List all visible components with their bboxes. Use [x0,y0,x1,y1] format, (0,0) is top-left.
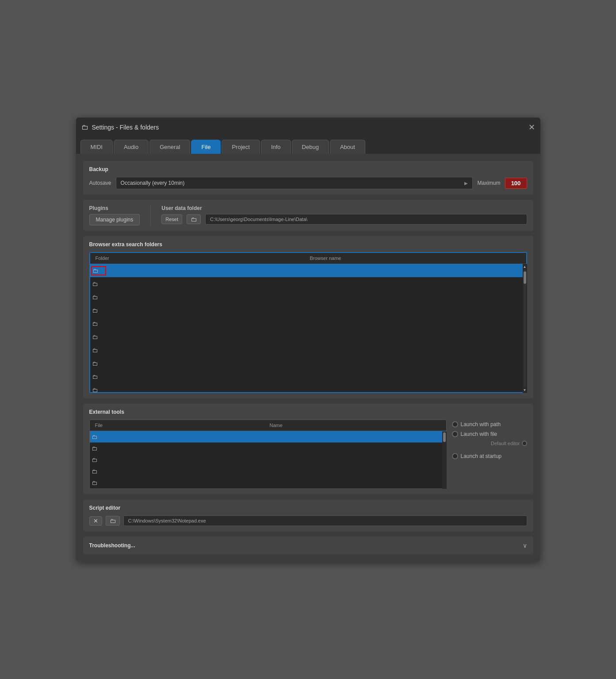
folder-icon: 🗀 [92,468,104,475]
launch-path-row[interactable]: Launch with path [452,421,527,427]
ext-row[interactable]: 🗀 [90,431,446,442]
titlebar: 🗀 Settings - Files & folders ✕ [76,118,540,137]
browser-row[interactable]: 🗀 [90,343,526,357]
autosave-value: Occasionally (every 10min) [121,180,185,186]
scrollbar-thumb[interactable] [524,271,526,284]
plugins-col: Plugins Manage plugins [89,205,140,225]
close-button[interactable]: ✕ [528,123,535,131]
ext-row[interactable]: 🗀 [90,442,446,454]
scrollbar-down-icon[interactable]: ▼ [523,388,527,392]
browser-table-wrap: Folder Browser name 🗀 🗀 [89,252,527,393]
folder-icon: 🗀 [92,374,105,380]
ext-col-file: File [93,422,268,429]
launch-file-radio[interactable] [452,431,458,437]
ext-scrollbar-thumb[interactable] [443,432,446,442]
launch-file-label: Launch with file [461,431,497,437]
external-tools-section: External tools File Name 🗀 [83,404,533,494]
troubleshoot-title: Troubleshooting... [89,542,135,549]
launch-file-row[interactable]: Launch with file [452,431,527,437]
external-tools-title: External tools [89,409,527,415]
browser-row[interactable]: 🗀 [90,304,526,317]
window-icon: 🗀 [81,123,88,131]
titlebar-left: 🗀 Settings - Files & folders [81,123,159,131]
reset-button[interactable]: Reset [161,214,182,224]
manage-plugins-button[interactable]: Manage plugins [89,214,140,225]
browser-row[interactable]: 🗀 [90,330,526,343]
ext-table-wrap: File Name 🗀 🗀 🗀 [89,420,447,489]
launch-startup-row[interactable]: Launch at startup [452,453,527,459]
launch-startup-label: Launch at startup [461,453,502,459]
script-editor-section: Script editor ✕ 🗀 C:\Windows\System32\No… [83,500,533,531]
ext-row[interactable]: 🗀 [90,454,446,465]
backup-row: Autosave Occasionally (every 10min) ▶ Ma… [89,177,527,189]
ext-options: Launch with path Launch with file Defaul… [452,420,527,489]
user-data-title: User data folder [161,205,527,211]
browser-col-name: Browser name [308,255,523,262]
browser-row[interactable]: 🗀 [90,317,526,330]
ext-body[interactable]: 🗀 🗀 🗀 🗀 [90,431,446,488]
plugins-title: Plugins [89,205,140,211]
browser-row[interactable]: 🗀 [90,277,526,290]
backup-title: Backup [89,166,527,172]
tab-general[interactable]: General [149,140,190,154]
folder-icon: 🗀 [92,294,105,301]
default-editor-radio[interactable] [522,441,527,446]
folder-icon: 🗀 [92,387,105,393]
tab-project[interactable]: Project [222,140,260,154]
browser-row[interactable]: 🗀 [90,370,526,383]
script-editor-title: Script editor [89,505,527,511]
folder-icon: 🗀 [92,480,104,486]
browser-row[interactable]: 🗀 [90,383,526,392]
user-data-row: Reset 🗀 C:\Users\georg\Documents\Image-L… [161,214,527,225]
browser-row[interactable]: 🗀 [90,264,526,277]
dropdown-arrow-icon: ▶ [464,181,468,186]
folder-icon: 🗀 [92,307,105,314]
script-editor-path: C:\Windows\System32\Notepad.exe [123,515,527,526]
browser-folders-title: Browser extra search folders [89,241,527,248]
browser-row[interactable]: 🗀 [90,290,526,304]
browser-col-folder: Folder [94,255,308,262]
backup-section: Backup Autosave Occasionally (every 10mi… [83,161,533,195]
browser-folders-section: Browser extra search folders Folder Brow… [83,236,533,398]
folder-icon: 🗀 [92,347,105,354]
browser-body[interactable]: 🗀 🗀 🗀 🗀 [90,264,526,392]
tab-file[interactable]: File [191,140,221,154]
tab-about[interactable]: About [330,140,365,154]
content-area: Backup Autosave Occasionally (every 10mi… [76,154,540,561]
autosave-dropdown[interactable]: Occasionally (every 10min) ▶ [116,177,473,189]
launch-startup-radio[interactable] [452,453,458,459]
default-editor-label: Default editor [491,441,520,446]
default-editor-row: Default editor [452,441,527,446]
tab-info[interactable]: Info [261,140,291,154]
user-data-folder-icon[interactable]: 🗀 [187,214,201,224]
script-clear-button[interactable]: ✕ [89,516,102,526]
window-title: Settings - Files & folders [92,124,159,131]
plugins-userdata-section: Plugins Manage plugins User data folder … [83,200,533,231]
tab-midi[interactable]: MIDI [80,140,113,154]
folder-icon: 🗀 [92,360,105,367]
tab-debug[interactable]: Debug [292,140,329,154]
tab-audio[interactable]: Audio [114,140,149,154]
script-folder-button[interactable]: 🗀 [106,516,120,526]
ext-row[interactable]: 🗀 [90,465,446,477]
settings-window: 🗀 Settings - Files & folders ✕ MIDI Audi… [76,118,540,561]
browser-row[interactable]: 🗀 [90,357,526,370]
user-data-path: C:\Users\georg\Documents\Image-Line\Data… [205,214,527,225]
folder-icon: 🗀 [92,281,105,287]
folder-icon: 🗀 [92,320,105,327]
user-data-col: User data folder Reset 🗀 C:\Users\georg\… [161,205,527,225]
launch-path-label: Launch with path [461,421,501,427]
ext-header: File Name [90,420,446,431]
external-tools-inner: File Name 🗀 🗀 🗀 [89,420,527,489]
folder-icon: 🗀 [92,445,104,452]
chevron-down-icon: ∨ [523,542,527,549]
launch-path-radio[interactable] [452,421,458,427]
troubleshoot-section[interactable]: Troubleshooting... ∨ [83,537,533,554]
folder-icon: 🗀 [92,334,105,340]
ext-col-name: Name [268,422,443,429]
maximum-value[interactable]: 100 [505,178,527,189]
maximum-label: Maximum [477,180,500,186]
scrollbar-up-icon[interactable]: ▲ [523,265,527,269]
script-editor-row: ✕ 🗀 C:\Windows\System32\Notepad.exe [89,515,527,526]
ext-row[interactable]: 🗀 [90,477,446,488]
